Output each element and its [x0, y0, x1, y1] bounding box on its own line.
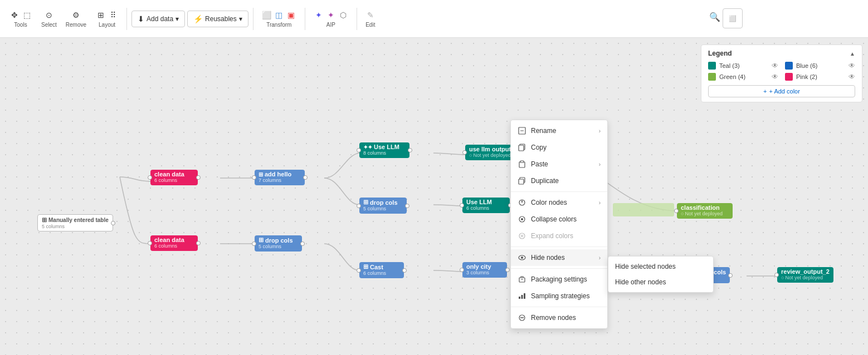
legend-item-blue: Blue (6) 👁 — [785, 62, 855, 70]
legend-eye-teal[interactable]: 👁 — [772, 62, 778, 70]
context-menu: Rename › Copy Paste › Duplicate Color no… — [510, 120, 608, 329]
ctx-expand-colors[interactable]: Expand colors — [511, 228, 607, 244]
node-add-hello[interactable]: ⊞add hello 7 columns — [255, 170, 305, 185]
node-manually-entered[interactable]: ⊞ Manually entered table 5 columns — [37, 214, 113, 231]
toolbar-select-group[interactable]: ⊙ Select — [38, 7, 60, 30]
ctx-expand-colors-label: Expand colors — [531, 232, 573, 240]
legend-item-green: Green (4) 👁 — [708, 73, 778, 81]
node-classification[interactable]: classification ○Not yet deployed — [677, 203, 733, 219]
legend-header: Legend ▲ — [708, 50, 855, 57]
toolbar-aip-group[interactable]: ✦ ✦ ⬡ AIP — [310, 7, 352, 30]
toolbar-tools-group[interactable]: ✥ ⬚ Tools — [6, 7, 36, 30]
ctx-hide-nodes-arrow: › — [599, 255, 601, 261]
ctx-duplicate[interactable]: Duplicate — [511, 172, 607, 189]
ctx-rename-arrow: › — [599, 128, 601, 134]
add-color-button[interactable]: + + Add color — [708, 85, 855, 97]
select-label: Select — [41, 22, 57, 28]
ctx-rename-label: Rename — [531, 127, 556, 135]
node-clean-data-1[interactable]: clean data 6 columns — [150, 170, 198, 185]
paste-icon — [518, 160, 526, 169]
hide-nodes-submenu: Hide selected nodes Hide other nodes — [608, 256, 714, 293]
ctx-paste[interactable]: Paste › — [511, 156, 607, 172]
ctx-sampling-label: Sampling strategies — [531, 292, 589, 300]
ctx-copy[interactable]: Copy — [511, 139, 607, 156]
svg-point-12 — [519, 233, 525, 239]
ctx-packaging-settings[interactable]: Packaging settings — [511, 271, 607, 288]
legend-eye-pink[interactable]: 👁 — [849, 73, 855, 81]
legend-swatch-pink — [785, 73, 793, 81]
transform-label: Transform — [266, 22, 291, 28]
reusables-button[interactable]: ⚡ Reusables ▾ — [187, 11, 248, 27]
search-button[interactable]: 🔍 — [706, 8, 723, 25]
sep-4 — [357, 8, 357, 30]
add-data-button[interactable]: ⬇ Add data ▾ — [131, 11, 185, 27]
legend-item-teal: Teal (3) 👁 — [708, 62, 778, 70]
add-data-label: Add data — [147, 15, 173, 23]
legend-item-pink: Pink (2) 👁 — [785, 73, 855, 81]
ctx-sep-2 — [511, 246, 607, 247]
tools-label: Tools — [14, 22, 27, 28]
submenu-hide-other[interactable]: Hide other nodes — [608, 274, 713, 290]
collapse-colors-icon — [518, 215, 526, 224]
submenu-hide-selected[interactable]: Hide selected nodes — [608, 259, 713, 274]
ctx-hide-nodes-label: Hide nodes — [531, 254, 565, 262]
legend-eye-blue[interactable]: 👁 — [849, 62, 855, 70]
duplicate-icon — [518, 176, 526, 185]
select-icon: ⬚ — [21, 9, 32, 21]
reusables-chevron: ▾ — [239, 15, 242, 23]
legend-eye-green[interactable]: 👁 — [772, 73, 778, 81]
ctx-color-nodes[interactable]: Color nodes › — [511, 194, 607, 211]
svg-rect-6 — [520, 161, 524, 162]
node-use-llm-2[interactable]: Use LLM 6 columns — [462, 198, 510, 213]
legend-panel: Legend ▲ Teal (3) 👁 Blue (6) 👁 Green (4)… — [701, 45, 862, 102]
ctx-rename[interactable]: Rename › — [511, 122, 607, 139]
reusables-label: Reusables — [205, 15, 237, 23]
node-only-city[interactable]: only city 3 columns — [462, 262, 507, 278]
remove-icon: ⚙ — [70, 9, 81, 21]
node-cast[interactable]: ⊞Cast 6 columns — [359, 262, 404, 278]
sampling-icon — [518, 292, 526, 300]
legend-collapse-button[interactable]: ▲ — [850, 51, 855, 57]
ctx-color-arrow: › — [599, 200, 601, 206]
node-review-output-2[interactable]: review_output_2 ○Not yet deployed — [777, 267, 833, 283]
transform-icon-2: ◫ — [274, 9, 285, 21]
aip-icon-1: ✦ — [313, 9, 324, 21]
toolbar-remove-group[interactable]: ⚙ Remove — [62, 7, 90, 30]
node-drop-cols-1[interactable]: ⊞drop cols 5 columns — [359, 198, 407, 214]
toolbar-transform-group[interactable]: ⬜ ◫ ▣ Transform — [258, 7, 300, 30]
sep-2 — [253, 8, 253, 30]
ctx-sampling-strategies[interactable]: Sampling strategies — [511, 288, 607, 304]
legend-label-green: Green (4) — [719, 73, 768, 80]
layout-label: Layout — [99, 22, 115, 28]
ctx-remove-nodes[interactable]: Remove nodes — [511, 309, 607, 326]
toolbar-layout-group[interactable]: ⊞ ⠿ Layout — [92, 7, 122, 30]
edit-label: Edit — [365, 22, 375, 28]
legend-label-blue: Blue (6) — [796, 62, 845, 69]
legend-swatch-blue — [785, 62, 793, 70]
toolbar-edit-group[interactable]: ✎ Edit — [362, 7, 379, 30]
color-nodes-icon — [518, 198, 526, 207]
svg-point-15 — [521, 257, 523, 259]
add-data-chevron: ▾ — [175, 15, 179, 23]
node-drop-cols-2[interactable]: ⊞drop cols 5 columns — [255, 235, 302, 252]
ctx-collapse-colors[interactable]: Collapse colors — [511, 211, 607, 228]
ctx-sep-3 — [511, 268, 607, 269]
reusables-icon: ⚡ — [193, 14, 203, 23]
svg-rect-8 — [519, 179, 524, 184]
edit-icon: ✎ — [365, 9, 376, 21]
ctx-paste-label: Paste — [531, 160, 548, 168]
remove-label: Remove — [66, 22, 86, 28]
svg-rect-0 — [613, 203, 674, 216]
legend-title: Legend — [708, 50, 732, 57]
legend-swatch-teal — [708, 62, 716, 70]
aip-icon-3: ⬡ — [338, 9, 349, 21]
node-use-llm-1[interactable]: ✦✦Use LLM 8 columns — [359, 142, 409, 158]
ai-toggle-button[interactable]: ⬜ — [723, 8, 743, 28]
legend-label-pink: Pink (2) — [796, 73, 845, 80]
aip-label: AIP — [326, 22, 335, 28]
move-icon: ✥ — [9, 9, 20, 21]
ctx-duplicate-label: Duplicate — [531, 177, 559, 185]
node-clean-data-2[interactable]: clean data 6 columns — [150, 235, 198, 251]
ctx-hide-nodes[interactable]: Hide nodes › — [511, 249, 607, 266]
svg-rect-20 — [524, 293, 525, 299]
